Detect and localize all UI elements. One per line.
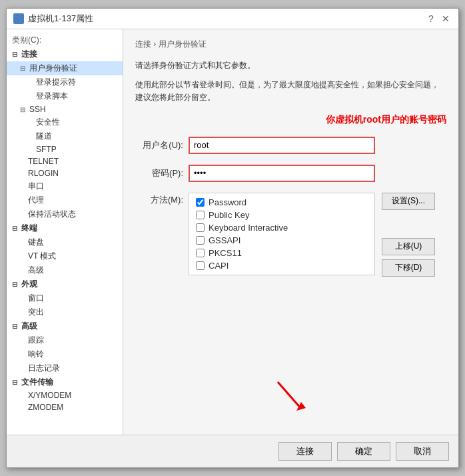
expand-icon: ⊟ — [12, 379, 20, 386]
help-button[interactable]: ? — [425, 13, 437, 25]
move-down-button[interactable]: 下移(D) — [382, 259, 435, 277]
sidebar-label: X/YMODEM — [28, 391, 71, 400]
sidebar-item-connection[interactable]: ⊟ 连接 — [7, 47, 123, 61]
sidebar-label: SSH — [29, 105, 46, 114]
breadcrumb: 连接 › 用户身份验证 — [135, 39, 446, 50]
methods-side-buttons: 设置(S)... 上移(U) 下移(D) — [382, 193, 435, 277]
password-row: 密码(P): — [135, 165, 446, 182]
sidebar-label: 键盘 — [28, 237, 44, 248]
sidebar-item-window[interactable]: 窗口 — [7, 291, 123, 305]
method-gssapi-label: GSSAPI — [209, 235, 240, 245]
sidebar-label: RLOGIN — [28, 169, 59, 178]
sidebar-item-advanced[interactable]: ⊟ 高级 — [7, 319, 123, 333]
method-keyboard: Keyboard Interactive — [196, 223, 368, 233]
sidebar-item-loginprompt[interactable]: 登录提示符 — [7, 75, 123, 89]
sidebar-item-proxy[interactable]: 代理 — [7, 193, 123, 207]
sidebar-item-bell[interactable]: 响铃 — [7, 347, 123, 361]
sidebar-label: 登录提示符 — [36, 77, 76, 88]
username-row: 用户名(U): — [135, 137, 446, 154]
username-label: 用户名(U): — [135, 139, 189, 151]
sidebar-item-advanced-terminal[interactable]: 高级 — [7, 263, 123, 277]
expand-icon: ⊟ — [20, 65, 28, 72]
titlebar-left: 虚拟机1-137属性 — [13, 13, 93, 25]
sidebar-label: 终端 — [21, 223, 37, 234]
sidebar-label: ZMODEM — [28, 403, 63, 412]
checkbox-publickey[interactable] — [196, 211, 205, 219]
sidebar-item-security[interactable]: 安全性 — [7, 115, 123, 129]
sidebar-item-loginscript[interactable]: 登录脚本 — [7, 89, 123, 103]
sidebar-label: 保持活动状态 — [28, 209, 76, 220]
description-line1: 请选择身份验证方式和其它参数。 — [135, 59, 446, 72]
method-capi-label: CAPI — [209, 261, 229, 271]
sidebar-item-serial[interactable]: 串口 — [7, 179, 123, 193]
method-capi: CAPI — [196, 261, 368, 271]
setup-button[interactable]: 设置(S)... — [382, 193, 435, 210]
sidebar-item-keepalive[interactable]: 保持活动状态 — [7, 207, 123, 221]
app-icon — [13, 13, 24, 24]
expand-icon: ⊟ — [12, 323, 20, 330]
checkbox-pkcs11[interactable] — [196, 249, 205, 257]
sidebar-item-highlight[interactable]: 突出 — [7, 305, 123, 319]
sidebar-item-ssh[interactable]: ⊟ SSH — [7, 103, 123, 115]
footer: 连接 确定 取消 — [7, 435, 458, 467]
sidebar-label: 用户身份验证 — [29, 63, 77, 74]
sidebar-item-tunnel[interactable]: 隧道 — [7, 129, 123, 143]
cancel-button[interactable]: 取消 — [396, 442, 449, 461]
window-title: 虚拟机1-137属性 — [28, 13, 93, 25]
highlight-text: 你虚拟机root用户的账号密码 — [135, 114, 446, 126]
sidebar-item-telnet[interactable]: TELNET — [7, 155, 123, 167]
titlebar-controls: ? ✕ — [425, 13, 452, 25]
sidebar-item-logging[interactable]: 日志记录 — [7, 361, 123, 375]
method-keyboard-label: Keyboard Interactive — [209, 223, 288, 233]
sidebar-label: TELNET — [28, 157, 59, 166]
sidebar-item-appearance[interactable]: ⊟ 外观 — [7, 277, 123, 291]
password-label: 密码(P): — [135, 167, 189, 179]
main-panel: 连接 › 用户身份验证 请选择身份验证方式和其它参数。 使用此部分以节省登录时间… — [123, 29, 458, 435]
expand-icon: ⊟ — [12, 51, 20, 58]
sidebar-label: 突出 — [28, 307, 44, 318]
password-input[interactable] — [189, 165, 375, 182]
checkbox-gssapi[interactable] — [196, 236, 205, 245]
sidebar-item-xymodem[interactable]: X/YMODEM — [7, 389, 123, 401]
methods-section: 方法(M): Password Public Key Keyboard Inte… — [135, 193, 446, 277]
checkbox-keyboard[interactable] — [196, 223, 205, 232]
titlebar: 虚拟机1-137属性 ? ✕ — [7, 9, 458, 29]
sidebar-item-sftp[interactable]: SFTP — [7, 143, 123, 155]
sidebar-item-vtmode[interactable]: VT 模式 — [7, 249, 123, 263]
sidebar-item-zmodem[interactable]: ZMODEM — [7, 401, 123, 413]
checkbox-capi[interactable] — [196, 261, 205, 270]
method-publickey-label: Public Key — [209, 210, 249, 220]
sidebar: 类别(C): ⊟ 连接 ⊟ 用户身份验证 登录提示符 登录脚本 ⊟ SSH 安全… — [7, 29, 123, 435]
method-password: Password — [196, 197, 368, 207]
svg-line-0 — [278, 382, 301, 409]
sidebar-item-terminal[interactable]: ⊟ 终端 — [7, 221, 123, 235]
methods-label: 方法(M): — [135, 193, 189, 206]
ok-button[interactable]: 确定 — [337, 442, 390, 461]
arrow-svg — [264, 379, 318, 419]
sidebar-item-trace[interactable]: 跟踪 — [7, 333, 123, 347]
username-input[interactable] — [189, 137, 375, 154]
method-password-label: Password — [209, 197, 246, 207]
sidebar-item-userauth[interactable]: ⊟ 用户身份验证 — [7, 61, 123, 75]
expand-icon: ⊟ — [12, 281, 20, 288]
move-up-button[interactable]: 上移(U) — [382, 238, 435, 255]
sidebar-label: 文件传输 — [21, 377, 53, 388]
sidebar-item-rlogin[interactable]: RLOGIN — [7, 167, 123, 179]
sidebar-label: 响铃 — [28, 349, 44, 360]
category-label: 类别(C): — [7, 32, 123, 47]
close-button[interactable]: ✕ — [440, 13, 452, 25]
sidebar-label: 跟踪 — [28, 335, 44, 346]
sidebar-label: 代理 — [28, 195, 44, 206]
sidebar-item-filetransfer[interactable]: ⊟ 文件传输 — [7, 375, 123, 389]
sidebar-label: 登录脚本 — [36, 91, 68, 102]
expand-icon: ⊟ — [20, 106, 28, 113]
method-publickey: Public Key — [196, 210, 368, 220]
connect-button[interactable]: 连接 — [278, 442, 332, 461]
checkbox-password[interactable] — [196, 198, 205, 207]
sidebar-label: 高级 — [28, 265, 44, 276]
content-area: 类别(C): ⊟ 连接 ⊟ 用户身份验证 登录提示符 登录脚本 ⊟ SSH 安全… — [7, 29, 458, 435]
sidebar-item-keyboard[interactable]: 键盘 — [7, 235, 123, 249]
main-window: 虚拟机1-137属性 ? ✕ 类别(C): ⊟ 连接 ⊟ 用户身份验证 登录提示… — [6, 8, 459, 468]
sidebar-label: 日志记录 — [28, 363, 60, 374]
sidebar-label: 安全性 — [36, 117, 60, 128]
